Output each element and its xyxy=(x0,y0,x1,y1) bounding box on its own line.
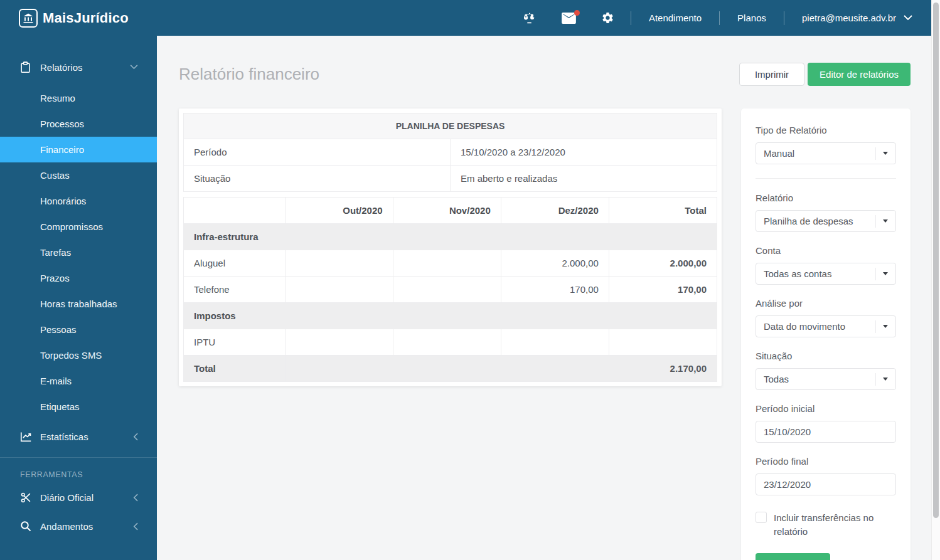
meta-row: Situação Em aberto e realizadas xyxy=(184,166,717,192)
include-transfers-checkbox[interactable] xyxy=(756,512,767,523)
sidebar-item-custas[interactable]: Custas xyxy=(0,162,157,188)
topbar: MaisJurídico Atendimento Planos pietra@m… xyxy=(0,0,931,36)
tipo-relatorio-select[interactable]: Manual xyxy=(756,142,896,164)
column-header: Total xyxy=(609,198,717,224)
checkbox-label: Incluir transferências no relatório xyxy=(774,511,896,539)
periodo-final-input[interactable] xyxy=(756,473,896,495)
meta-label: Situação xyxy=(184,166,451,192)
report-editor-button[interactable]: Editor de relatórios xyxy=(808,63,911,86)
periodo-inicial-input[interactable] xyxy=(756,421,896,443)
panel-divider xyxy=(756,178,896,179)
caret-down-icon xyxy=(875,373,888,386)
analise-por-label: Análise por xyxy=(756,298,896,309)
user-email: pietra@meusite.adv.br xyxy=(802,13,896,23)
caret-down-icon xyxy=(875,320,888,333)
page-scrollbar[interactable] xyxy=(931,0,940,560)
conta-select[interactable]: Todas as contas xyxy=(756,263,896,285)
column-header: Dez/2020 xyxy=(501,198,609,224)
print-button[interactable]: Imprimir xyxy=(739,63,804,86)
sidebar-item-honorarios[interactable]: Honorários xyxy=(0,188,157,214)
scissors-icon xyxy=(20,492,32,504)
sidebar-item-compromissos[interactable]: Compromissos xyxy=(0,214,157,240)
relatorio-select[interactable]: Planilha de despesas xyxy=(756,210,896,232)
column-header xyxy=(184,198,286,224)
sidebar-item-tarefas[interactable]: Tarefas xyxy=(0,240,157,265)
topnav-atendimento[interactable]: Atendimento xyxy=(635,13,715,23)
table-row: IPTU xyxy=(184,329,717,356)
divider xyxy=(719,11,720,25)
situacao-label: Situação xyxy=(756,351,896,361)
view-report-button[interactable]: Ver relatório xyxy=(756,553,830,560)
tipo-relatorio-label: Tipo de Relatório xyxy=(756,125,896,135)
chevron-left-icon xyxy=(133,522,138,531)
sidebar-item-horas-trabalhadas[interactable]: Horas trabalhadas xyxy=(0,291,157,317)
sidebar-item-prazos[interactable]: Prazos xyxy=(0,265,157,291)
notification-dot xyxy=(574,10,580,16)
column-header: Nov/2020 xyxy=(393,198,501,224)
table-row: Telefone 170,00170,00 xyxy=(184,277,717,303)
section-row: Infra-estrutura xyxy=(184,224,717,250)
sidebar: Relatórios ResumoProcessosFinanceiroCust… xyxy=(0,36,157,560)
mail-icon[interactable] xyxy=(549,13,589,24)
chevron-down-icon xyxy=(130,65,138,70)
reports-submenu: ResumoProcessosFinanceiroCustasHonorário… xyxy=(0,85,157,420)
divider xyxy=(784,11,784,25)
meta-value: Em aberto e realizadas xyxy=(451,166,717,192)
periodo-final-label: Período final xyxy=(756,456,896,467)
content-row: PLANILHA DE DESPESAS Período 15/10/2020 … xyxy=(157,108,931,560)
chevron-left-icon xyxy=(133,433,138,441)
section-row: Impostos xyxy=(184,303,717,329)
report-card: PLANILHA DE DESPESAS Período 15/10/2020 … xyxy=(179,108,722,386)
periodo-inicial-label: Período inicial xyxy=(756,403,896,414)
scrollbar-thumb[interactable] xyxy=(933,3,939,518)
sidebar-item-pessoas[interactable]: Pessoas xyxy=(0,317,157,342)
chevron-down-icon xyxy=(904,15,912,21)
relatorio-label: Relatório xyxy=(756,193,896,203)
brand-name: MaisJurídico xyxy=(43,10,129,26)
sidebar-item-financeiro[interactable]: Financeiro xyxy=(0,137,157,162)
meta-value: 15/10/2020 a 23/12/2020 xyxy=(451,139,717,166)
sidebar-item-andamentos[interactable]: Andamentos xyxy=(0,512,157,541)
sidebar-item-resumo[interactable]: Resumo xyxy=(0,85,157,111)
include-transfers-option: Incluir transferências no relatório xyxy=(756,511,896,539)
gear-icon[interactable] xyxy=(589,11,627,24)
caret-down-icon xyxy=(875,215,888,228)
clipboard-icon xyxy=(20,61,32,73)
total-row: Total 2.170,00 xyxy=(184,356,717,382)
app-logo[interactable]: MaisJurídico xyxy=(19,9,129,28)
meta-row: Período 15/10/2020 a 23/12/2020 xyxy=(184,139,717,166)
caret-down-icon xyxy=(875,268,888,280)
page-actions: Imprimir Editor de relatórios xyxy=(739,63,911,86)
sidebar-item-label: Relatórios xyxy=(40,62,83,73)
sidebar-item-label: Diário Oficial xyxy=(40,492,93,503)
search-icon xyxy=(20,520,32,532)
topnav-planos[interactable]: Planos xyxy=(724,13,780,23)
sidebar-item-relatorios[interactable]: Relatórios xyxy=(0,53,157,82)
filters-panel: Tipo de Relatório Manual Relatório Plani… xyxy=(741,108,911,560)
table-row: Aluguel 2.000,002.000,00 xyxy=(184,250,717,277)
sidebar-item-processos[interactable]: Processos xyxy=(0,111,157,137)
sidebar-item-e-mails[interactable]: E-mails xyxy=(0,368,157,394)
page-title: Relatório financeiro xyxy=(179,65,319,84)
scales-icon[interactable] xyxy=(510,11,549,25)
topnav: Atendimento Planos pietra@meusite.adv.br xyxy=(510,11,915,25)
chart-icon xyxy=(20,431,32,442)
column-header: Out/2020 xyxy=(285,198,393,224)
analise-por-select[interactable]: Data do movimento xyxy=(756,315,896,337)
divider xyxy=(631,11,631,25)
sidebar-item-diario-oficial[interactable]: Diário Oficial xyxy=(0,483,157,512)
sidebar-item-estatisticas[interactable]: Estatísticas xyxy=(0,422,157,451)
sidebar-item-label: Andamentos xyxy=(40,521,93,532)
page-header: Relatório financeiro Imprimir Editor de … xyxy=(157,36,931,108)
sidebar-item-label: Estatísticas xyxy=(40,431,88,442)
report-meta-table: PLANILHA DE DESPESAS Período 15/10/2020 … xyxy=(183,113,717,192)
sidebar-item-etiquetas[interactable]: Etiquetas xyxy=(0,394,157,420)
meta-label: Período xyxy=(184,139,451,166)
report-title: PLANILHA DE DESPESAS xyxy=(184,114,717,139)
sidebar-item-torpedos-sms[interactable]: Torpedos SMS xyxy=(0,342,157,368)
user-menu[interactable]: pietra@meusite.adv.br xyxy=(788,13,915,23)
bank-icon xyxy=(19,9,38,28)
chevron-left-icon xyxy=(133,494,138,502)
conta-label: Conta xyxy=(756,245,896,256)
situacao-select[interactable]: Todas xyxy=(756,368,896,390)
